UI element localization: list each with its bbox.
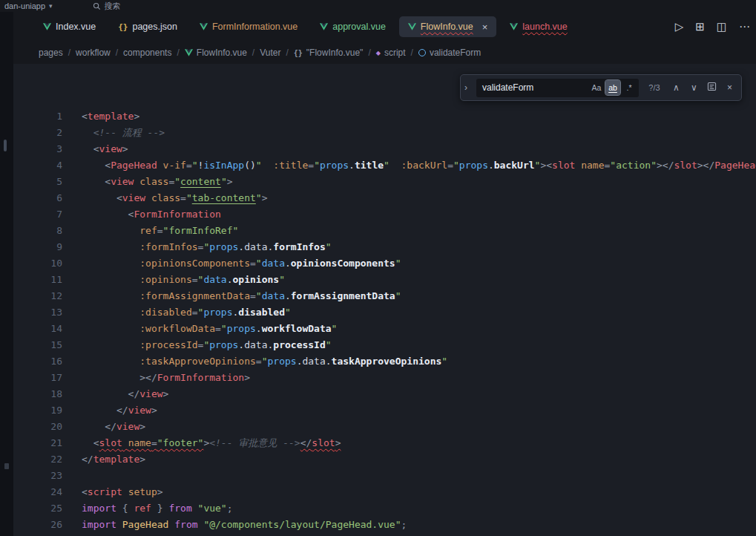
code-line: 7 <FormInformation [13,206,756,223]
line-number: 11 [13,272,82,288]
code-line: 1<template> [13,108,756,125]
breadcrumb-separator: / [116,48,118,58]
line-number: 6 [13,190,82,206]
activity-strip[interactable] [0,12,13,536]
code-line: 26import PageHead from "@/components/lay… [13,517,756,533]
previous-match-button[interactable]: ∧ [670,82,683,93]
close-find-button[interactable]: × [723,82,736,93]
code-line: 8 ref="formInfoRef" [13,223,756,239]
tab-label: Index.vue [56,22,96,32]
breadcrumb-separator: / [411,48,413,58]
line-number: 4 [13,157,82,174]
line-number: 9 [13,239,82,255]
search-icon [93,2,101,10]
json-icon: {} [118,22,128,32]
line-number: 3 [13,141,82,157]
breadcrumb-item-workflow[interactable]: workflow [76,48,111,58]
breadcrumb-item-flowinfo.vue[interactable]: {}"FlowInfo.vue" [294,48,364,58]
title-bar: dan-uniapp ▾ 搜索 [0,0,756,12]
code-line: 4 <PageHead v-if="!isInApp()" :title="pr… [13,157,756,174]
find-input[interactable]: validateForm Aaab.* [476,79,639,97]
tab-label: FlowInfo.vue [421,22,473,32]
code-editor[interactable]: › validateForm Aaab.* ?/3 ∧ ∨ × 1<templa… [13,64,756,536]
tab-label: FormInformation.vue [212,22,298,32]
breadcrumb-item-vuter[interactable]: Vuter [260,48,280,58]
code-line: 13 :disabled="props.disabled" [13,304,756,321]
line-number: 8 [13,223,82,239]
global-search[interactable]: 搜索 [93,1,121,12]
code-line: 23 [13,468,756,484]
code-line: 20 </view> [13,419,756,435]
line-number: 10 [13,255,82,272]
code-line: 19 </view> [13,402,756,419]
breadcrumb: pages/workflow/components/FlowInfo.vue/V… [13,42,756,64]
symbol-script-icon: ◆ [376,50,381,56]
line-number: 2 [13,125,82,141]
breadcrumb-item-script[interactable]: ◆script [376,48,406,58]
tab-launch.vue[interactable]: launch.vue [501,16,576,37]
breadcrumb-separator: / [68,48,70,58]
more-actions-button[interactable]: ⋯ [739,20,750,33]
code-line: 25import { ref } from "vue"; [13,500,756,517]
line-number: 20 [13,419,82,435]
code-line: 24<script setup> [13,484,756,500]
tab-flowinfo.vue[interactable]: FlowInfo.vue× [399,16,496,37]
code-line: 16 :taskApproveOpinions="props.data.task… [13,353,756,370]
code-line: 21 <slot name="footer"><!-- 审批意见 --></sl… [13,435,756,451]
vue-icon [320,23,328,30]
tab-approval.vue[interactable]: approval.vue [311,16,395,37]
breadcrumb-item-flowinfo.vue[interactable]: FlowInfo.vue [185,48,247,58]
find-in-selection-button[interactable] [706,82,718,94]
vue-icon [43,23,51,30]
search-label: 搜索 [105,1,121,12]
close-icon[interactable]: × [482,22,488,32]
breadcrumb-item-components[interactable]: components [123,48,171,58]
regex-toggle[interactable]: .* [622,80,637,95]
code-line: 15 :processId="props.data.processId" [13,337,756,353]
tab-label: approval.vue [332,22,386,32]
line-number: 16 [13,353,82,370]
tab-pages.json[interactable]: {}pages.json [109,16,186,37]
tab-bar: Index.vue{}pages.jsonFormInformation.vue… [13,12,756,42]
vue-icon [408,23,416,30]
breadcrumb-separator: / [286,48,288,58]
line-number: 21 [13,435,82,451]
next-match-button[interactable]: ∨ [688,82,700,93]
workspace-name: dan-uniapp [4,1,45,10]
line-number: 23 [13,468,82,484]
workspace-menu[interactable]: dan-uniapp ▾ [4,1,53,10]
whole-word-toggle[interactable]: ab [605,80,620,95]
breadcrumb-item-validateform[interactable]: validateForm [418,48,481,58]
vue-icon [185,49,193,56]
toggle-replace-chevron-icon[interactable]: › [464,82,471,93]
code-line: 11 :opinions="data.opinions" [13,272,756,288]
line-number: 19 [13,402,82,419]
vue-icon [200,23,208,30]
tab-index.vue[interactable]: Index.vue [34,16,105,37]
match-case-toggle[interactable]: Aa [589,80,604,95]
code-line: 18 </view> [13,386,756,402]
code-line: 17 ></FormInformation> [13,370,756,386]
code-line: 5 <view class="content"> [13,174,756,190]
code-line: 6 <view class="tab-content"> [13,190,756,206]
line-number: 12 [13,288,82,304]
breadcrumb-separator: / [177,48,179,58]
line-number: 15 [13,337,82,353]
line-number: 13 [13,304,82,321]
find-widget: › validateForm Aaab.* ?/3 ∧ ∨ × [460,74,742,101]
tab-forminformation.vue[interactable]: FormInformation.vue [191,16,306,37]
tab-label: launch.vue [522,22,567,32]
line-number: 18 [13,386,82,402]
breadcrumb-item-pages[interactable]: pages [39,48,63,58]
strip-indicator [4,140,7,151]
breadcrumb-separator: / [252,48,254,58]
editor-actions: ▷⊞◫⋯ [675,20,756,33]
line-number: 7 [13,206,82,223]
run-button[interactable]: ▷ [675,20,684,33]
run-all-button[interactable]: ⊞ [695,20,705,33]
line-number: 17 [13,370,82,386]
code-line: 10 :opinionsComponents="data.opinionsCom… [13,255,756,272]
split-editor-button[interactable]: ◫ [717,20,727,33]
vue-icon [510,23,518,30]
line-number: 5 [13,174,82,190]
